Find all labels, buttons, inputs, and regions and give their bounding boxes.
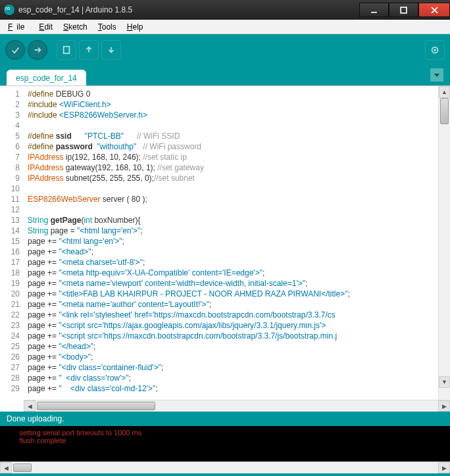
console-scroll-thumb[interactable]: [13, 464, 32, 472]
menu-bar: File Edit Sketch Tools Help: [0, 20, 450, 34]
scroll-thumb[interactable]: [440, 98, 449, 124]
window-titlebar: esp_code_for_14 | Arduino 1.8.5: [0, 0, 450, 20]
vertical-scrollbar[interactable]: ▲ ▼: [438, 86, 450, 400]
arduino-app-icon: [4, 5, 14, 15]
window-title: esp_code_for_14 | Arduino 1.8.5: [18, 5, 359, 14]
horizontal-scrollbar[interactable]: ◀ ▶: [24, 400, 450, 412]
open-button[interactable]: [79, 40, 99, 60]
verify-button[interactable]: [5, 40, 25, 60]
svg-rect-4: [64, 47, 70, 54]
maximize-button[interactable]: [389, 3, 418, 17]
new-sketch-button[interactable]: [57, 40, 76, 60]
bottom-status-bar: 225 NodeMCU 1.0 (ESP-12E Module), 80 MHz…: [0, 473, 450, 476]
code-editor[interactable]: 1234567891011121314151617181920212223242…: [0, 85, 450, 400]
console-scrollbar[interactable]: ◀ ▶: [0, 462, 450, 473]
console-scroll-left-icon[interactable]: ◀: [0, 462, 12, 473]
menu-edit[interactable]: Edit: [35, 21, 57, 33]
console-scroll-right-icon[interactable]: ▶: [438, 462, 450, 473]
scroll-left-icon[interactable]: ◀: [24, 400, 36, 412]
hscroll-thumb[interactable]: [37, 402, 155, 410]
menu-sketch[interactable]: Sketch: [59, 21, 91, 33]
toolbar: [0, 34, 450, 66]
tab-bar: esp_code_for_14: [0, 66, 450, 85]
close-button[interactable]: [418, 3, 450, 17]
scroll-down-icon[interactable]: ▼: [439, 376, 450, 388]
line-gutter: 1234567891011121314151617181920212223242…: [0, 86, 24, 400]
menu-file[interactable]: File: [4, 21, 32, 33]
minimize-button[interactable]: [359, 3, 389, 17]
svg-rect-1: [401, 7, 407, 13]
status-message: Done uploading.: [0, 412, 450, 426]
sketch-tab[interactable]: esp_code_for_14: [7, 70, 86, 85]
menu-help[interactable]: Help: [123, 21, 147, 33]
serial-monitor-button[interactable]: [425, 40, 445, 60]
output-console[interactable]: setting serial port timeouts to 1000 ms …: [0, 426, 450, 462]
scroll-right-icon[interactable]: ▶: [438, 400, 450, 412]
svg-point-6: [434, 49, 436, 51]
save-button[interactable]: [101, 40, 121, 60]
upload-button[interactable]: [28, 40, 47, 60]
tab-menu-button[interactable]: [430, 68, 443, 82]
scroll-up-icon[interactable]: ▲: [439, 86, 450, 98]
svg-marker-7: [434, 74, 439, 77]
code-area[interactable]: #define DEBUG 0#include <WiFiClient.h>#i…: [24, 86, 438, 400]
menu-tools[interactable]: Tools: [94, 21, 120, 33]
